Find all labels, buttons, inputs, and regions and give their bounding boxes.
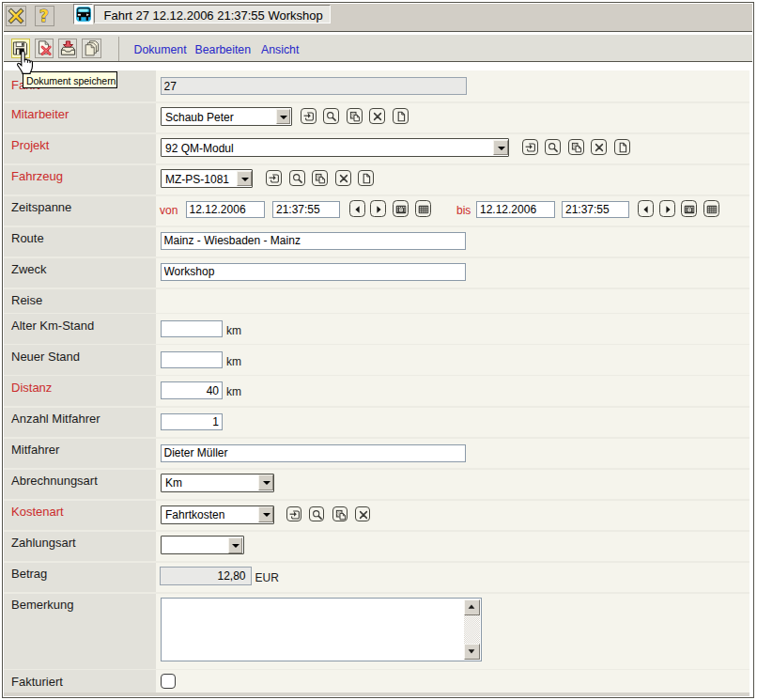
row-betrag: Betrag EUR	[4, 561, 749, 592]
abrechnungsart-dropdown[interactable]: Km	[161, 474, 274, 492]
window-bottom-corner	[749, 692, 753, 696]
next-icon	[373, 204, 384, 215]
kostenart-clear-button[interactable]	[355, 506, 370, 522]
copy-document-button[interactable]	[82, 39, 101, 58]
copy-icon	[571, 142, 582, 153]
hand-cursor-icon	[15, 50, 38, 74]
row-mitfahrer: Mitfahrer	[4, 437, 749, 468]
zweck-field[interactable]	[161, 263, 467, 281]
mitarbeiter-goto-button[interactable]	[301, 108, 317, 124]
bis-calendar-grid-button[interactable]	[703, 200, 719, 217]
projekt-new-button[interactable]	[614, 139, 630, 155]
von-previous-button[interactable]	[349, 200, 365, 217]
menu-bearbeiten[interactable]: Bearbeiten	[195, 43, 251, 56]
row-fahrzeug: Fahrzeug MZ-PS-1081	[4, 163, 749, 194]
copy-document-icon	[84, 40, 100, 56]
anzahl-mitfahrer-field[interactable]	[161, 413, 224, 431]
dropdown-value: MZ-PS-1081	[165, 173, 229, 186]
kostenart-search-button[interactable]	[309, 506, 324, 522]
help-button[interactable]: ?	[35, 6, 54, 26]
dropdown-value: Km	[165, 476, 182, 490]
fakturiert-checkbox[interactable]	[161, 674, 176, 689]
bemerkung-textarea[interactable]	[161, 598, 483, 661]
von-date-field[interactable]	[186, 201, 265, 218]
triangle-up-icon	[467, 602, 476, 612]
bis-date-field[interactable]	[476, 201, 555, 218]
clear-icon	[372, 111, 383, 122]
goto-icon	[303, 111, 315, 122]
field-label: Zweck	[11, 262, 47, 276]
fahrzeug-clear-button[interactable]	[335, 170, 351, 186]
fahrzeug-copy-button[interactable]	[312, 170, 328, 186]
field-label: Zeitspanne	[11, 200, 71, 214]
projekt-clear-button[interactable]	[591, 139, 607, 155]
dropdown-arrow-button[interactable]	[237, 171, 252, 187]
import-document-button[interactable]	[58, 39, 78, 58]
projekt-goto-button[interactable]	[522, 139, 538, 155]
projekt-dropdown[interactable]: 92 QM-Modul	[161, 138, 509, 157]
bis-previous-button[interactable]	[638, 200, 654, 217]
km-suffix: km	[226, 355, 241, 368]
betrag-field[interactable]	[160, 567, 252, 585]
kostenart-dropdown[interactable]: Fahrtkosten	[161, 506, 274, 524]
copy-icon	[349, 111, 361, 122]
menu-dokument[interactable]: Dokument	[134, 43, 187, 56]
fahrzeug-dropdown[interactable]: MZ-PS-1081	[161, 169, 253, 188]
fahrzeug-search-button[interactable]	[289, 170, 305, 186]
kostenart-goto-button[interactable]	[286, 506, 301, 522]
projekt-search-button[interactable]	[545, 139, 561, 155]
scroll-down-button[interactable]	[464, 644, 480, 660]
row-reise: Reise	[4, 288, 749, 312]
bis-next-button[interactable]	[659, 200, 675, 217]
dropdown-arrow-button[interactable]	[258, 474, 273, 490]
bis-calendar-button[interactable]	[681, 200, 697, 217]
mitarbeiter-dropdown[interactable]: Schaub Peter	[161, 107, 292, 126]
textarea-scrollbar[interactable]	[464, 599, 480, 660]
car-icon	[76, 7, 91, 22]
search-icon	[548, 142, 559, 153]
scroll-up-button[interactable]	[464, 599, 480, 615]
form-right-gap	[749, 64, 753, 693]
field-label: Alter Km-Stand	[11, 319, 94, 333]
projekt-copy-button[interactable]	[568, 139, 584, 155]
row-fakturiert: Fakturiert	[4, 669, 749, 692]
calendar-grid-icon	[418, 204, 429, 215]
neuer-stand-field[interactable]	[161, 351, 224, 369]
new-icon	[361, 173, 372, 184]
chevron-down-icon	[498, 147, 505, 150]
dropdown-arrow-button[interactable]	[276, 109, 291, 125]
dropdown-arrow-button[interactable]	[258, 506, 273, 522]
mitarbeiter-new-button[interactable]	[393, 108, 409, 124]
von-calendar-button[interactable]	[393, 200, 409, 217]
mitarbeiter-search-button[interactable]	[323, 108, 339, 124]
dropdown-arrow-button[interactable]	[228, 537, 243, 553]
alter-km-stand-field[interactable]	[161, 320, 224, 338]
delete-document-button[interactable]	[35, 39, 54, 58]
von-calendar-grid-button[interactable]	[415, 200, 431, 217]
fahrzeug-new-button[interactable]	[358, 170, 374, 186]
mitarbeiter-clear-button[interactable]	[369, 108, 385, 124]
close-button[interactable]	[6, 6, 26, 26]
row-bemerkung: Bemerkung	[4, 592, 749, 669]
von-next-button[interactable]	[370, 200, 386, 217]
search-icon	[292, 173, 303, 184]
zahlungsart-dropdown[interactable]	[161, 536, 244, 554]
von-time-field[interactable]	[272, 201, 340, 218]
fahrt-number-field[interactable]	[161, 77, 467, 95]
calendar-date-icon	[395, 204, 407, 215]
mitarbeiter-copy-button[interactable]	[347, 108, 363, 124]
dropdown-arrow-button[interactable]	[493, 140, 508, 156]
distanz-field[interactable]	[161, 381, 224, 399]
mitfahrer-field[interactable]	[161, 444, 467, 462]
tooltip-text: Dokument speichern	[26, 75, 116, 86]
route-field[interactable]	[161, 232, 467, 250]
field-label: Mitarbeiter	[11, 107, 69, 121]
menu-ansicht[interactable]: Ansicht	[261, 43, 299, 56]
fahrzeug-goto-button[interactable]	[266, 170, 282, 186]
kostenart-copy-button[interactable]	[332, 506, 348, 522]
chevron-down-icon	[241, 178, 249, 181]
bis-time-field[interactable]	[562, 201, 629, 218]
toolbar-divider	[118, 37, 120, 61]
goto-icon	[525, 142, 536, 153]
field-label: Projekt	[11, 138, 49, 152]
